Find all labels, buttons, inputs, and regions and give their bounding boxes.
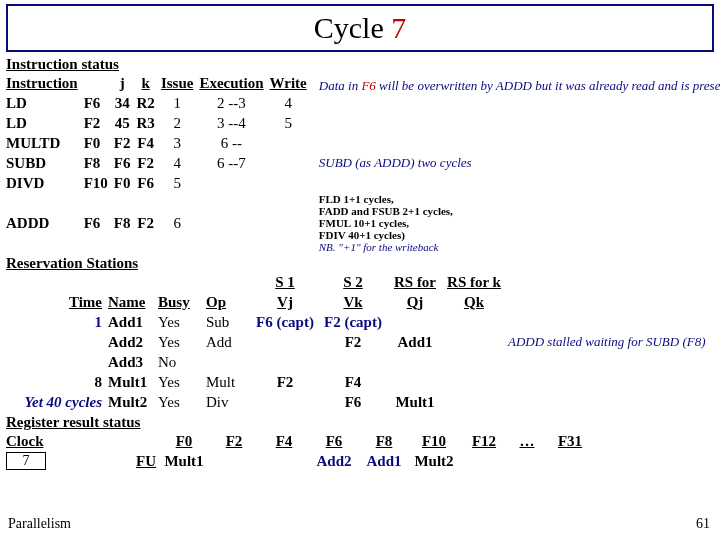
instr-dest: F0 xyxy=(84,133,114,153)
col-instruction: Instruction xyxy=(6,73,84,93)
rs-op: Add xyxy=(206,332,254,352)
reg-value-row: 7 FU Mult1 Add2 Add1 Mult2 xyxy=(6,451,598,471)
rs-vj xyxy=(254,392,322,412)
instr-dest: F10 xyxy=(84,173,114,193)
col-time: Time xyxy=(6,292,108,312)
instr-k: R2 xyxy=(137,93,161,113)
instr-k: R3 xyxy=(137,113,161,133)
instruction-table: Instruction j k Issue Execution Write Da… xyxy=(6,73,720,253)
reg-val xyxy=(548,451,598,471)
instr-write xyxy=(270,153,313,173)
instr-j: F2 xyxy=(114,133,137,153)
rs-op: Mult xyxy=(206,372,254,392)
rs-row: 1 Add1 Yes Sub F6 (capt) F2 (capt) xyxy=(6,312,712,332)
reg-val: Add2 xyxy=(312,451,362,471)
reg-col: F2 xyxy=(212,431,262,451)
col-op: Op xyxy=(206,292,254,312)
rs-vk: F6 xyxy=(322,392,390,412)
reg-val xyxy=(462,451,512,471)
rs-row: Add3 No xyxy=(6,352,712,372)
reg-col: F0 xyxy=(162,431,212,451)
reg-val xyxy=(212,451,262,471)
note-subd: SUBD (as ADDD) two cycles xyxy=(319,156,720,170)
instr-row: SUBD F8 F6 F2 4 6 --7 SUBD (as ADDD) two… xyxy=(6,153,720,173)
reg-col: F8 xyxy=(362,431,412,451)
clock-value: 7 xyxy=(6,452,46,470)
slide-body: Instruction status Instruction j k Issue… xyxy=(6,56,714,471)
instr-j: F0 xyxy=(114,173,137,193)
instruction-status-heading: Instruction status xyxy=(6,56,714,73)
register-result-heading: Register result status xyxy=(6,414,714,431)
note-reg: F6 xyxy=(361,78,375,93)
instr-issue: 2 xyxy=(161,113,200,133)
rs-qj: Mult1 xyxy=(390,392,446,412)
rs-name: Mult2 xyxy=(108,392,158,412)
instr-write xyxy=(270,193,313,253)
reg-col: F31 xyxy=(548,431,598,451)
note-text: Data in xyxy=(319,78,362,93)
latency-note: FLD 1+1 cycles, FADD and FSUB 2+1 cycles… xyxy=(319,193,720,253)
rs-name: Add3 xyxy=(108,352,158,372)
rs-time xyxy=(6,352,108,372)
rs-qj: Add1 xyxy=(390,332,446,352)
col-vk: Vk xyxy=(322,292,390,312)
instr-issue: 5 xyxy=(161,173,200,193)
note-overwrite: Data in F6 will be overwritten by ADDD b… xyxy=(319,79,720,93)
col-qk: Qk xyxy=(446,292,508,312)
col-j: j xyxy=(114,73,137,93)
rs-qk xyxy=(446,372,508,392)
rs-vj xyxy=(254,352,322,372)
rs-header-row-1: S 1 S 2 RS for RS for k xyxy=(6,272,712,292)
col-vj: Vj xyxy=(254,292,322,312)
rs-op: Div xyxy=(206,392,254,412)
reg-col: F6 xyxy=(312,431,362,451)
lat-line: FADD and FSUB 2+1 cycles, xyxy=(319,205,453,217)
clock-label: Clock xyxy=(6,431,66,451)
lat-line: FMUL 10+1 cycles, xyxy=(319,217,409,229)
rs-vk xyxy=(322,352,390,372)
rs-busy: Yes xyxy=(158,332,206,352)
rs-vj: F2 xyxy=(254,372,322,392)
rs-vk: F2 (capt) xyxy=(322,312,390,332)
instr-exec xyxy=(199,173,269,193)
rs-vj xyxy=(254,332,322,352)
rs-row: Yet 40 cycles Mult2 Yes Div F6 Mult1 xyxy=(6,392,712,412)
instr-issue: 1 xyxy=(161,93,200,113)
reg-val: Mult1 xyxy=(162,451,212,471)
rs-busy: Yes xyxy=(158,312,206,332)
reg-col: … xyxy=(512,431,548,451)
instr-k: F2 xyxy=(137,193,161,253)
rs-name: Mult1 xyxy=(108,372,158,392)
instr-k: F6 xyxy=(137,173,161,193)
footer-left: Parallelism xyxy=(8,516,71,532)
instr-exec: 3 --4 xyxy=(199,113,269,133)
instr-exec: 6 --7 xyxy=(199,153,269,173)
instr-issue: 4 xyxy=(161,153,200,173)
rs-vk: F2 xyxy=(322,332,390,352)
instr-op: DIVD xyxy=(6,173,84,193)
col-name: Name xyxy=(108,292,158,312)
rs-qj xyxy=(390,352,446,372)
col-s1: S 1 xyxy=(254,272,322,292)
rs-table: S 1 S 2 RS for RS for k Time Name Busy O… xyxy=(6,272,712,412)
instr-exec xyxy=(199,193,269,253)
reservation-stations-heading: Reservation Stations xyxy=(6,255,714,272)
instr-op: MULTD xyxy=(6,133,84,153)
instr-op: LD xyxy=(6,113,84,133)
rs-time xyxy=(6,332,108,352)
rs-qk xyxy=(446,312,508,332)
rs-qk xyxy=(446,352,508,372)
instr-j: F8 xyxy=(114,193,137,253)
rs-busy: No xyxy=(158,352,206,372)
rs-vk: F4 xyxy=(322,372,390,392)
instr-row: ADDD F6 F8 F2 6 FLD 1+1 cycles, FADD and… xyxy=(6,193,720,253)
footer-right: 61 xyxy=(696,516,710,532)
rs-op: Sub xyxy=(206,312,254,332)
instr-write: 5 xyxy=(270,113,313,133)
instr-j: F6 xyxy=(114,153,137,173)
col-rsj: RS for xyxy=(390,272,446,292)
instr-k: F2 xyxy=(137,153,161,173)
reg-col: F10 xyxy=(412,431,462,451)
rs-time: 1 xyxy=(6,312,108,332)
rs-name: Add1 xyxy=(108,312,158,332)
